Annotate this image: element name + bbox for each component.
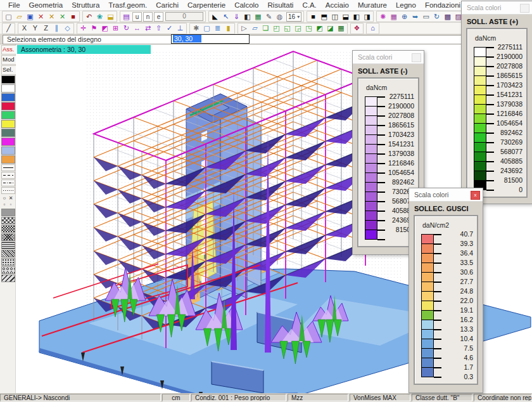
save-icon[interactable]: ▣ [25,12,35,22]
shade-icon[interactable]: ▩ [442,12,453,22]
layout-grid-icon[interactable]: ⬓ [340,12,351,22]
menu-carichi[interactable]: Carichi [151,1,183,9]
close-icon[interactable]: x [471,191,480,200]
cube-wire-icon[interactable]: ◪ [325,23,336,33]
symbol-1[interactable]: ✕ [8,195,14,202]
constraint-icon[interactable]: ⊥ [175,23,186,33]
menu-calcolo[interactable]: Calcolo [230,1,263,9]
menu-acciaio[interactable]: Acciaio [321,1,353,9]
lock-icon[interactable]: ▮ [223,23,234,33]
legend-icon[interactable]: ▦ [253,12,263,22]
element-labels-button[interactable]: e [154,12,163,22]
pattern-checker2[interactable] [1,225,15,233]
sidebar-button-mod[interactable]: Mod [1,55,16,65]
pattern-gray[interactable] [1,209,15,216]
layers-icon[interactable]: ⬓ [105,12,116,22]
color-swatch-8[interactable] [1,146,15,155]
globe-icon[interactable]: ◍ [274,12,285,22]
zoom-select[interactable]: 16▾ [286,12,301,22]
color-swatch-6[interactable] [1,129,15,137]
list-icon[interactable]: ≣ [212,23,223,33]
color-swatch-1[interactable] [1,84,15,93]
color-swatch-2[interactable] [1,93,15,101]
move-icon[interactable]: ↔ [132,23,142,33]
open-folder-icon[interactable]: ▱ [14,12,25,22]
add-shell-icon[interactable]: ◩ [99,23,110,33]
color-swatch-0[interactable] [1,75,15,84]
cube-shade-icon[interactable]: ◩ [314,23,325,33]
snap-x-icon[interactable]: X [19,23,30,33]
new-file-icon[interactable]: ▢ [3,12,14,22]
undo-icon[interactable]: ↶ [84,12,94,22]
layout-four-icon[interactable]: ◨ [362,12,372,22]
line-style-solid[interactable] [1,164,15,171]
pattern-rings[interactable] [1,266,15,274]
select-cursor-icon[interactable]: ↖ [220,12,231,22]
zoom-in-icon[interactable]: ⊕ [399,12,410,22]
apply-result-icon[interactable]: ⇓ [231,12,242,22]
numbering-icon[interactable]: ▤ [121,12,132,22]
beam-labels-button[interactable]: n [143,12,153,22]
coordinate-input[interactable]: 30, 30 [171,34,250,44]
scale-window-aste-pos[interactable]: Scala colori SOLL. ASTE (+) daNcm 227511… [461,1,532,204]
numeric-display-field[interactable]: 0 [165,12,203,21]
polygon-icon[interactable]: ◇ [62,23,73,33]
menu-file[interactable]: File [4,1,25,9]
views-icon[interactable]: ❀ [94,12,105,22]
materials-icon[interactable]: ■ [68,12,79,22]
symbol-3[interactable]: ◦ [8,202,14,208]
viewport-icon[interactable]: ▭ [421,12,431,22]
scale-window-gusci[interactable]: Scala colori x SOLLEC. GUSCI daN/cm2 40.… [408,188,483,393]
menu-c-a[interactable]: C.A. [298,1,320,9]
menu-murature[interactable]: Murature [353,1,391,9]
pattern-checker[interactable] [1,217,15,224]
import-model-icon[interactable]: ✕ [35,12,46,22]
line-style-dashdot[interactable] [1,179,15,186]
extrude-icon[interactable]: ⇧ [153,23,164,33]
parallel-icon[interactable]: ∥ [51,23,62,33]
snap-z-icon[interactable]: Z [41,23,51,33]
home-view-icon[interactable]: ⌂ [367,23,378,33]
mirror-icon[interactable]: ⇄ [142,23,153,33]
merge-model-icon[interactable]: ✕ [57,12,68,22]
pattern-hlines[interactable] [1,242,15,249]
node-labels-button[interactable]: u [132,12,142,22]
pattern-zigzag[interactable] [1,275,15,282]
menu-struttura[interactable]: Struttura [67,1,104,9]
cube-hide-icon[interactable]: ▦ [336,23,346,33]
report-icon[interactable]: ❖ [352,23,362,33]
solid-view-icon[interactable]: ❏ [260,23,271,33]
menu-carpenterie[interactable]: Carpenterie [183,1,230,9]
color-swatch-5[interactable] [1,120,15,128]
pattern-diag[interactable] [1,250,15,257]
cube-top-icon[interactable]: ◰ [271,23,282,33]
menu-risultati[interactable]: Risultati [263,1,298,9]
draw-icon[interactable]: ✎ [263,12,274,22]
palette-icon[interactable]: ▦ [388,12,399,22]
symbol-0[interactable]: ○ [1,195,8,202]
layout-three-icon[interactable]: ◧ [351,12,362,22]
cube-front-icon[interactable]: ◱ [282,23,293,33]
sidebar-button-ass[interactable]: Ass. [1,45,16,55]
contrast-icon[interactable]: ◧ [242,12,253,22]
light-icon[interactable]: ✺ [377,12,388,22]
cube-side-icon[interactable]: ◲ [293,23,303,33]
cube-iso-icon[interactable]: ◳ [303,23,314,33]
color-swatch-9[interactable] [1,155,15,164]
settings-icon[interactable]: ✱ [191,23,201,33]
mesh-icon[interactable]: ⊞ [110,23,121,33]
sheet-icon[interactable]: ▢ [201,23,212,33]
close-icon[interactable] [520,4,529,13]
window-title-bar[interactable]: Scala colori [353,51,424,64]
pattern-diagcross[interactable] [1,233,15,241]
window-title-bar[interactable]: Scala colori x [409,188,483,202]
sidebar-button-sel[interactable]: Sel. [1,65,16,75]
line-style-dashed[interactable] [1,172,15,179]
line-style-dotted[interactable] [1,187,15,194]
color-swatch-3[interactable] [1,102,15,110]
layout-split-v-icon[interactable]: ◫ [329,12,340,22]
window-title-bar[interactable]: Scala colori [462,1,532,15]
export-model-icon[interactable]: ✕ [46,12,57,22]
refresh-icon[interactable]: ↻ [431,12,442,22]
color-swatch-7[interactable] [1,138,15,146]
